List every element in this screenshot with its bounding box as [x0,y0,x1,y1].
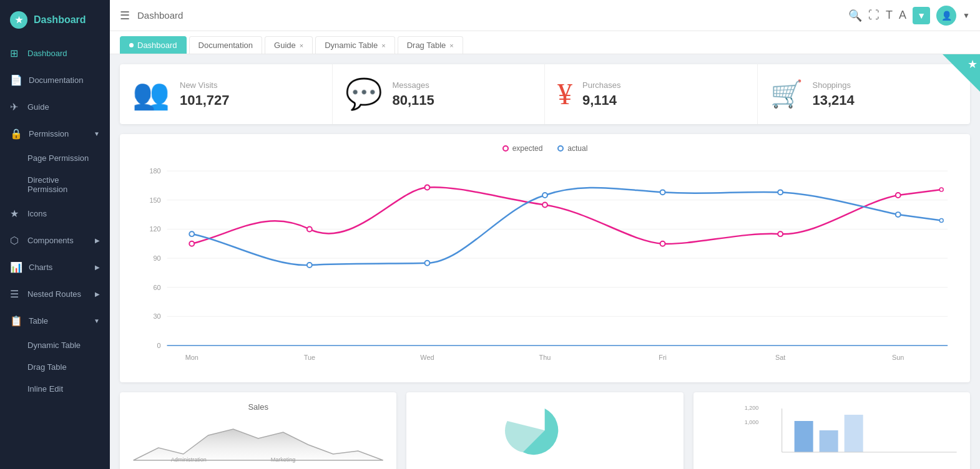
dynamic-table-label: Dynamic Table [27,341,81,350]
svg-point-30 [189,231,194,236]
purchases-icon: ¥ [557,79,572,109]
avatar[interactable]: 👤 [936,6,956,26]
sidebar-label-icons: Icons [27,209,47,218]
bottom-chart-2 [406,392,683,469]
sidebar-label-components: Components [27,236,74,245]
svg-rect-43 [819,430,838,452]
nested-routes-arrow: ▶ [95,291,100,297]
svg-text:Thu: Thu [539,354,551,361]
legend-actual-label: actual [567,144,587,153]
svg-point-32 [424,261,429,266]
sidebar-item-permission[interactable]: 🔒 Permission ▼ [0,120,110,147]
sidebar-item-drag-table[interactable]: Drag Table [0,356,110,378]
sales-chart-svg: Administration Marketing [130,417,386,467]
sidebar-item-dynamic-table[interactable]: Dynamic Table [0,334,110,356]
svg-text:0: 0 [157,342,161,349]
tab-dynamic-table-label: Dynamic Table [325,41,378,50]
charts-arrow: ▶ [95,264,100,271]
search-icon[interactable]: 🔍 [848,9,862,22]
tab-documentation-label: Documentation [198,41,253,50]
svg-text:Sun: Sun [892,354,904,361]
stat-card-shoppings: 🛒 Shoppings 13,214 [758,64,971,124]
svg-point-27 [778,231,783,236]
legend-actual-dot [557,145,564,152]
sidebar-item-directive-permission[interactable]: Directive Permission [0,169,110,200]
header-title: Dashboard [137,10,841,21]
tab-guide[interactable]: Guide × [265,36,313,54]
tab-documentation[interactable]: Documentation [189,36,262,54]
sidebar-label-table: Table [29,316,48,326]
directive-permission-label: Directive Permission [27,175,100,194]
svg-rect-44 [844,415,863,452]
sidebar-logo-label: Dashboard [34,14,86,26]
svg-text:1,000: 1,000 [744,419,758,425]
header-actions: 🔍 ⛶ T A ▼ 👤 ▼ [848,6,970,26]
permission-arrow: ▼ [94,130,100,137]
messages-label: Messages [393,80,532,90]
guide-icon: ✈ [10,101,21,113]
chart3-svg: 1,200 1,000 [703,402,960,458]
tab-drag-table[interactable]: Drag Table × [398,36,463,54]
svg-point-36 [896,212,901,217]
fullscreen-icon[interactable]: ⛶ [868,9,880,22]
sidebar-logo[interactable]: ★ Dashboard [0,0,110,40]
sidebar-item-icons[interactable]: ★ Icons [0,200,110,227]
documentation-icon: 📄 [10,74,22,86]
sidebar-item-components[interactable]: ⬡ Components ▶ [0,227,110,254]
sidebar-item-dashboard[interactable]: ⊞ Dashboard [0,40,110,67]
sidebar-item-table[interactable]: 📋 Table ▼ [0,307,110,334]
svg-text:Sat: Sat [775,354,785,361]
svg-point-22 [189,241,194,246]
svg-text:30: 30 [153,312,160,320]
sidebar-item-page-permission[interactable]: Page Permission [0,147,110,169]
new-visits-value: 101,727 [180,92,320,109]
sidebar-item-charts[interactable]: 📊 Charts ▶ [0,254,110,281]
font-icon[interactable]: T [886,9,893,22]
sidebar-label-charts: Charts [29,263,52,272]
sales-chart-title: Sales [130,402,386,412]
inline-edit-label: Inline Edit [27,384,63,394]
svg-text:Tue: Tue [304,354,315,361]
legend-expected: expected [502,144,543,153]
tab-guide-close[interactable]: × [300,42,303,49]
sidebar-item-documentation[interactable]: 📄 Documentation [0,67,110,94]
sidebar-label-documentation: Documentation [29,75,83,85]
bottom-charts-row: Sales Administration Marketing [120,392,970,469]
stat-card-messages: 💬 Messages 80,115 [333,64,546,124]
svg-point-29 [939,188,943,191]
corner-icon: ★ [968,57,978,71]
hamburger-icon[interactable]: ☰ [120,9,130,22]
text-icon[interactable]: A [899,9,906,22]
svg-text:60: 60 [153,284,160,291]
tab-dashboard[interactable]: Dashboard [120,36,187,54]
avatar-dropdown-arrow[interactable]: ▼ [963,11,970,20]
bottom-chart-sales: Sales Administration Marketing [120,392,396,469]
new-visits-info: New Visits 101,727 [180,80,320,109]
header: ☰ Dashboard 🔍 ⛶ T A ▼ 👤 ▼ [110,0,980,31]
svg-point-35 [778,190,783,195]
tab-dynamic-table-close[interactable]: × [381,42,385,49]
svg-text:120: 120 [149,225,160,233]
new-visits-label: New Visits [180,80,320,90]
table-arrow: ▼ [94,317,100,324]
svg-point-24 [424,185,429,190]
shoppings-info: Shoppings 13,214 [813,80,958,109]
settings-icon[interactable]: ▼ [913,7,930,24]
svg-text:180: 180 [149,167,160,175]
page-content: ★ 👥 New Visits 101,727 💬 Messages 80,115 [110,54,980,469]
main-content: ☰ Dashboard 🔍 ⛶ T A ▼ 👤 ▼ Dashboard Docu… [110,0,980,469]
purchases-info: Purchases 9,114 [582,80,745,109]
sidebar-item-inline-edit[interactable]: Inline Edit [0,378,110,400]
table-icon: 📋 [10,315,22,327]
tab-drag-table-close[interactable]: × [449,42,453,49]
sidebar-item-nested-routes[interactable]: ☰ Nested Routes ▶ [0,281,110,307]
tab-dynamic-table[interactable]: Dynamic Table × [315,36,394,54]
sidebar-label-guide: Guide [27,102,49,112]
icons-icon: ★ [10,208,21,220]
svg-point-31 [307,263,312,268]
dashboard-icon: ⊞ [10,47,21,59]
tab-dashboard-label: Dashboard [137,41,177,50]
sidebar-item-guide[interactable]: ✈ Guide [0,94,110,120]
permission-icon: 🔒 [10,128,22,140]
svg-text:90: 90 [153,254,160,262]
